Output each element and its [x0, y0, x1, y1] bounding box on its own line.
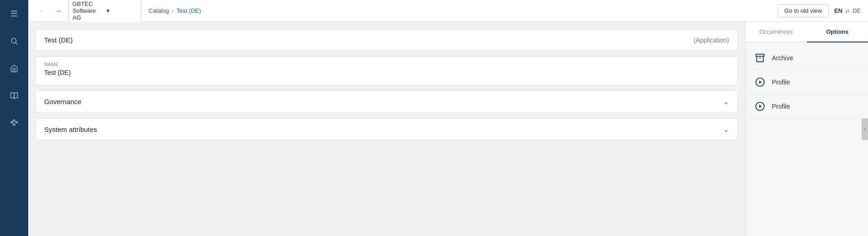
company-name: GBTEC Software AG: [72, 0, 103, 21]
name-value: Test (DE): [44, 69, 729, 76]
tab-occurrences[interactable]: Occurrences: [745, 22, 807, 42]
list-item[interactable]: Profile: [745, 94, 868, 119]
right-edge-toggle[interactable]: ›: [862, 118, 868, 140]
name-card-body: Name Test (DE): [36, 57, 737, 84]
profile-icon-2: [754, 100, 766, 113]
svg-line-1: [15, 42, 17, 44]
system-attributes-chevron-icon: ⌄: [723, 125, 729, 134]
title-card-header: Test (DE) (Application): [36, 30, 737, 50]
language-switcher: EN ⇄ DE: [834, 7, 861, 14]
lang-swap-icon[interactable]: ⇄: [845, 8, 850, 14]
topbar-right: Go to old view EN ⇄ DE: [778, 4, 861, 17]
svg-rect-9: [756, 54, 764, 57]
governance-card[interactable]: Governance ⌄: [36, 90, 738, 113]
topbar: ← → GBTEC Software AG ▾ Catalog › Test (…: [28, 0, 868, 22]
svg-rect-2: [11, 121, 13, 123]
list-item[interactable]: Profile: [745, 70, 868, 94]
system-attributes-header[interactable]: System attributes ⌄: [36, 119, 737, 140]
svg-rect-5: [16, 121, 18, 123]
menu-icon[interactable]: ☰: [6, 5, 22, 22]
main-container: ← → GBTEC Software AG ▾ Catalog › Test (…: [28, 0, 868, 236]
breadcrumb-current: Test (DE): [176, 7, 201, 14]
breadcrumb-separator: ›: [172, 7, 174, 14]
list-item[interactable]: Archive: [745, 46, 868, 70]
right-panel: Occurrences Options Archive: [745, 22, 868, 236]
forward-button[interactable]: →: [52, 5, 65, 17]
system-attributes-card[interactable]: System attributes ⌄: [36, 118, 738, 141]
profile-label-1: Profile: [772, 79, 790, 86]
name-label: Name: [44, 62, 729, 67]
svg-rect-3: [13, 120, 15, 121]
svg-point-0: [11, 38, 16, 43]
org-icon[interactable]: [6, 115, 22, 131]
breadcrumb-root[interactable]: Catalog: [149, 7, 169, 14]
content-wrapper: Test (DE) (Application) Name Test (DE) G…: [28, 22, 868, 236]
name-card: Name Test (DE): [36, 56, 738, 85]
right-panel-content: Archive Profile Profile: [745, 42, 868, 236]
svg-line-6: [12, 121, 13, 122]
lang-de[interactable]: DE: [853, 7, 861, 14]
dropdown-arrow-icon: ▾: [107, 7, 137, 14]
title-card: Test (DE) (Application): [36, 29, 738, 51]
right-panel-tabs: Occurrences Options: [745, 22, 868, 42]
content-area: Test (DE) (Application) Name Test (DE) G…: [28, 22, 868, 236]
governance-chevron-icon: ⌄: [723, 97, 729, 106]
system-attributes-label: System attributes: [44, 126, 97, 133]
company-selector[interactable]: GBTEC Software AG ▾: [68, 0, 141, 23]
back-button[interactable]: ←: [36, 5, 48, 17]
page-title: Test (DE): [44, 36, 73, 44]
sidebar: ☰: [0, 0, 28, 236]
search-icon[interactable]: [6, 33, 22, 49]
lang-en[interactable]: EN: [834, 7, 842, 14]
page-subtitle: (Application): [693, 37, 729, 44]
archive-label: Archive: [772, 54, 793, 62]
governance-label: Governance: [44, 98, 82, 105]
goto-old-view-button[interactable]: Go to old view: [778, 4, 829, 17]
svg-rect-4: [13, 124, 15, 126]
svg-marker-12: [759, 80, 762, 84]
archive-icon: [754, 52, 766, 64]
book-icon[interactable]: [6, 88, 22, 104]
svg-line-7: [12, 122, 13, 125]
governance-header[interactable]: Governance ⌄: [36, 91, 737, 112]
svg-marker-14: [759, 105, 762, 108]
profile-label-2: Profile: [772, 103, 790, 110]
tab-options[interactable]: Options: [807, 22, 868, 42]
profile-icon-1: [754, 76, 766, 89]
main-panel: Test (DE) (Application) Name Test (DE) G…: [28, 22, 745, 236]
home-icon[interactable]: [6, 60, 22, 77]
breadcrumb: Catalog › Test (DE): [149, 7, 201, 14]
